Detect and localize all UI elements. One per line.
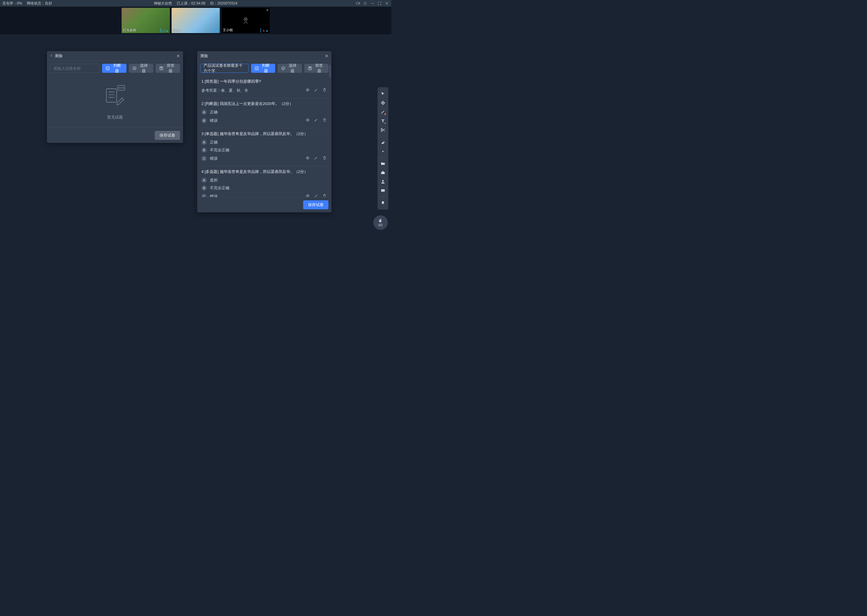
svg-text:T: T	[309, 67, 311, 69]
back-chevron-icon[interactable]	[50, 53, 53, 58]
exam-name-input[interactable]	[50, 64, 100, 73]
svg-point-30	[381, 129, 382, 130]
video-tile-nina[interactable]: ✕ Nina	[172, 8, 220, 33]
question-option[interactable]: A是的	[202, 178, 327, 183]
mic-level-icon	[166, 30, 169, 33]
fullscreen-icon[interactable]	[377, 1, 382, 5]
hand-raise-button[interactable]: 0/2	[373, 215, 388, 230]
svg-point-1	[364, 3, 366, 4]
question-option[interactable]: C错误	[202, 193, 327, 197]
delete-question-icon[interactable]	[322, 117, 327, 124]
svg-point-24	[121, 88, 121, 88]
svg-point-39	[383, 190, 384, 191]
svg-point-10	[245, 19, 246, 20]
short-answer-button-label: 简答题	[314, 63, 325, 74]
option-badge: C	[202, 156, 207, 161]
choice-question-button[interactable]: 选择题	[129, 64, 153, 73]
question-item: 4 [多选题] 施华洛世奇是反华品牌，所以梁鼎琪反华。（2分）A是的B不完全正确…	[202, 166, 327, 197]
packet-loss-label: 丢包率：0%	[2, 1, 22, 6]
minimize-icon[interactable]	[370, 1, 375, 5]
question-option[interactable]: B不完全正确	[202, 185, 327, 191]
right-toolbox	[377, 87, 388, 210]
svg-rect-26	[255, 67, 258, 70]
video-close-icon[interactable]: ✕	[266, 8, 268, 12]
svg-point-7	[213, 30, 215, 32]
panel-title: 测验	[200, 53, 208, 59]
edit-question-icon[interactable]	[314, 193, 319, 197]
close-panel-icon[interactable]: ✕	[325, 53, 328, 58]
question-list[interactable]: 1 [简答题] 一年四季分别是哪四季?参考答案：春、夏、秋、冬 2 [判断题] …	[197, 76, 331, 197]
option-badge: B	[202, 118, 207, 123]
question-option[interactable]: C错误	[202, 155, 327, 162]
question-item: 2 [判断题] 我国宪法上一次更新是在2020年。（2分）A正确B错误	[202, 98, 327, 128]
question-title: 3 [单选题] 施华洛世奇是反华品牌，所以梁鼎琪反华。（2分）	[202, 131, 327, 137]
mic-level-icon	[216, 30, 219, 33]
empty-state-icon	[101, 83, 129, 110]
bell-tool-icon[interactable]	[379, 199, 387, 207]
svg-line-12	[263, 30, 265, 32]
question-title: 4 [多选题] 施华洛世奇是反华品牌，所以梁鼎琪反华。（2分）	[202, 169, 327, 174]
option-text: 错误	[210, 118, 218, 123]
delete-question-icon[interactable]	[322, 155, 327, 162]
laser-pointer-icon[interactable]	[379, 147, 387, 156]
save-exam-button[interactable]: 保存试卷	[155, 131, 180, 140]
short-answer-button[interactable]: T 简答题	[156, 64, 180, 73]
video-close-icon[interactable]: ✕	[216, 8, 219, 12]
short-answer-button[interactable]: T 简答题	[304, 64, 328, 73]
hand-raise-count: 0/2	[378, 223, 383, 227]
judgment-question-button[interactable]: 判断题	[102, 64, 126, 73]
delete-question-icon[interactable]	[322, 87, 327, 94]
user-tool-icon[interactable]	[379, 178, 387, 186]
cursor-tool-icon[interactable]	[379, 90, 387, 98]
close-panel-icon[interactable]: ✕	[177, 53, 180, 58]
video-tile-teacher[interactable]: 叮当老师	[121, 8, 170, 33]
svg-rect-13	[267, 30, 268, 31]
delete-question-icon[interactable]	[322, 193, 327, 197]
judgment-question-button[interactable]: 判断题	[251, 64, 275, 73]
svg-rect-14	[106, 67, 109, 70]
scrollbar-indicator[interactable]	[329, 65, 331, 77]
pen-tool-icon[interactable]	[379, 108, 387, 116]
option-badge: A	[202, 140, 207, 145]
edit-question-icon[interactable]	[314, 87, 319, 94]
save-exam-button[interactable]: 保存试卷	[303, 200, 328, 209]
eraser-tool-icon[interactable]	[379, 138, 387, 146]
move-question-icon[interactable]	[305, 193, 311, 197]
choice-button-label: 选择题	[287, 63, 298, 74]
question-item: 1 [简答题] 一年四季分别是哪四季?参考答案：春、夏、秋、冬	[202, 76, 327, 98]
question-option[interactable]: B错误	[202, 117, 327, 124]
option-badge: A	[202, 178, 207, 183]
toolbox-tool-icon[interactable]	[379, 168, 387, 177]
text-tool-icon[interactable]	[379, 117, 387, 125]
video-name-label: 叮当老师	[123, 28, 136, 33]
svg-rect-6	[167, 30, 168, 31]
option-badge: B	[202, 148, 207, 153]
mic-icon	[212, 30, 215, 33]
hand-icon	[378, 218, 383, 223]
option-text: 不完全正确	[210, 148, 229, 153]
svg-point-37	[382, 190, 382, 191]
move-question-icon[interactable]	[305, 87, 311, 94]
camera-toggle-icon[interactable]	[356, 1, 360, 5]
scissors-tool-icon[interactable]	[379, 126, 387, 134]
move-question-icon[interactable]	[305, 155, 311, 162]
choice-question-button[interactable]: 选择题	[277, 64, 302, 73]
question-option[interactable]: B不完全正确	[202, 148, 327, 153]
edit-question-icon[interactable]	[314, 117, 319, 124]
session-id-label: ID：2020070324	[210, 1, 238, 6]
move-tool-icon[interactable]	[379, 99, 387, 107]
svg-point-38	[383, 190, 383, 191]
video-tile-wang[interactable]: ✕ 王小明	[222, 8, 270, 33]
question-option[interactable]: A正确	[202, 140, 327, 145]
video-name-label: Nina	[173, 29, 180, 33]
move-question-icon[interactable]	[305, 117, 311, 124]
question-option[interactable]: A正确	[202, 110, 327, 115]
chat-tool-icon[interactable]	[379, 187, 387, 195]
edit-question-icon[interactable]	[314, 155, 319, 162]
exam-name-value[interactable]: 产品说试卷名称最多十六个字	[200, 64, 249, 73]
video-tiles-row: 叮当老师 ✕ Nina ✕ 王小明	[0, 6, 391, 34]
close-window-icon[interactable]	[385, 1, 389, 5]
folder-tool-icon[interactable]	[379, 159, 387, 168]
settings-gear-icon[interactable]	[363, 1, 367, 5]
question-item: 3 [单选题] 施华洛世奇是反华品牌，所以梁鼎琪反华。（2分）A正确B不完全正确…	[202, 128, 327, 166]
